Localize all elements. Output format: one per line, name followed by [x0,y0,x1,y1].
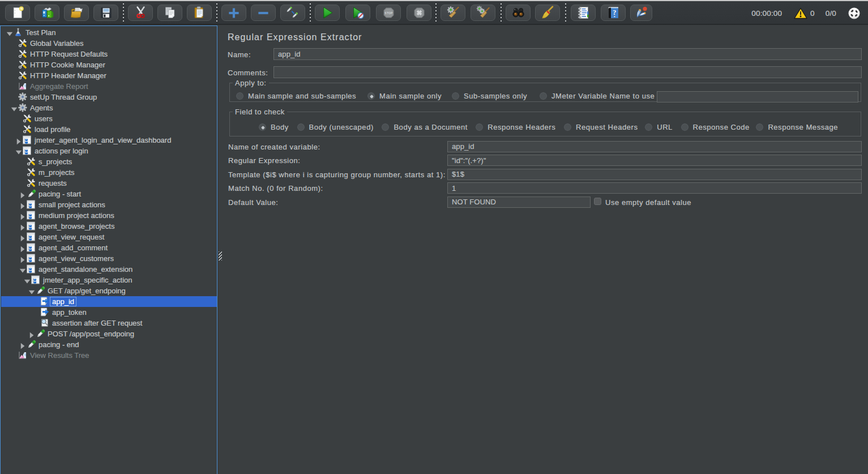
svg-text:STOP: STOP [384,12,393,15]
svg-text:?: ? [613,8,616,16]
